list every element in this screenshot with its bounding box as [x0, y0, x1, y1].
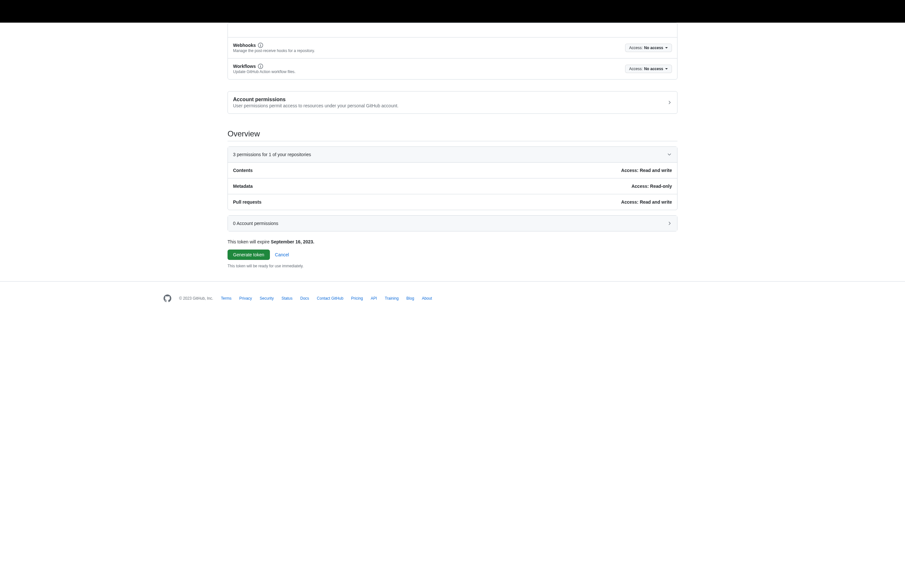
overview-item-access: Access: Read and write — [621, 168, 672, 173]
overview-account-permissions: 0 Account permissions — [227, 215, 678, 232]
cancel-link[interactable]: Cancel — [275, 252, 289, 257]
overview-item-name: Contents — [233, 168, 253, 173]
generate-token-button[interactable]: Generate token — [227, 250, 270, 260]
chevron-right-icon — [667, 100, 672, 105]
repo-permissions-header-text: 3 permissions for 1 of your repositories — [233, 152, 311, 157]
footer-link-security[interactable]: Security — [260, 296, 274, 300]
access-value: No access — [644, 67, 663, 71]
footer-links: Terms Privacy Security Status Docs Conta… — [221, 296, 432, 300]
footer-link-blog[interactable]: Blog — [406, 296, 414, 300]
info-icon[interactable] — [258, 43, 263, 48]
immediate-note: This token will be ready for use immedia… — [227, 264, 678, 268]
info-icon[interactable] — [258, 64, 263, 69]
chevron-right-icon — [667, 221, 672, 226]
main-container: Webhooks Manage the post-receive hooks f… — [222, 22, 683, 268]
account-permissions-overview-text: 0 Account permissions — [233, 221, 278, 226]
top-bar — [0, 0, 905, 22]
account-permissions-toggle[interactable]: Account permissions User permissions per… — [228, 92, 677, 113]
overview-item-access: Access: Read and write — [621, 199, 672, 205]
account-permissions-overview-toggle[interactable]: 0 Account permissions — [228, 216, 677, 231]
overview-item-metadata: Metadata Access: Read-only — [228, 178, 677, 194]
expiration-text: This token will expire September 16, 202… — [227, 239, 678, 245]
footer-link-status[interactable]: Status — [281, 296, 292, 300]
copyright-text: © 2023 GitHub, Inc. — [179, 296, 213, 300]
permission-row-cutoff — [228, 23, 677, 37]
overview-item-pullrequests: Pull requests Access: Read and write — [228, 194, 677, 210]
form-actions: Generate token Cancel — [227, 250, 678, 260]
overview-heading: Overview — [227, 129, 678, 141]
overview-item-access: Access: Read-only — [632, 184, 672, 189]
repo-permissions-box: Webhooks Manage the post-receive hooks f… — [227, 22, 678, 79]
chevron-down-icon — [667, 152, 672, 157]
footer-link-pricing[interactable]: Pricing — [351, 296, 363, 300]
access-value: No access — [644, 46, 663, 50]
permission-title: Webhooks — [233, 43, 256, 48]
permission-desc: Update GitHub Action workflow files. — [233, 70, 295, 74]
github-logo-icon[interactable] — [164, 294, 171, 302]
access-label: Access: — [629, 46, 643, 50]
footer: © 2023 GitHub, Inc. Terms Privacy Securi… — [158, 281, 747, 315]
account-permissions-section: Account permissions User permissions per… — [227, 91, 678, 114]
expiration-date: September 16, 2023. — [271, 239, 314, 245]
footer-link-api[interactable]: API — [371, 296, 377, 300]
access-dropdown-webhooks[interactable]: Access: No access — [625, 44, 672, 52]
caret-down-icon — [665, 47, 668, 48]
expiration-prefix: This token will expire — [227, 239, 271, 245]
repo-permissions-toggle[interactable]: 3 permissions for 1 of your repositories — [228, 147, 677, 162]
footer-link-training[interactable]: Training — [385, 296, 399, 300]
caret-down-icon — [665, 68, 668, 70]
overview-repo-permissions: 3 permissions for 1 of your repositories… — [227, 146, 678, 210]
access-dropdown-workflows[interactable]: Access: No access — [625, 65, 672, 73]
footer-link-contact[interactable]: Contact GitHub — [317, 296, 343, 300]
footer-link-terms[interactable]: Terms — [221, 296, 232, 300]
overview-item-name: Metadata — [233, 184, 253, 189]
footer-link-docs[interactable]: Docs — [300, 296, 309, 300]
section-title: Account permissions — [233, 97, 286, 102]
permission-title: Workflows — [233, 64, 256, 69]
section-desc: User permissions permit access to resour… — [233, 103, 399, 108]
access-label: Access: — [629, 67, 643, 71]
footer-link-about[interactable]: About — [422, 296, 432, 300]
overview-item-name: Pull requests — [233, 199, 262, 205]
permission-row-workflows: Workflows Update GitHub Action workflow … — [228, 58, 677, 79]
permission-row-webhooks: Webhooks Manage the post-receive hooks f… — [228, 37, 677, 58]
overview-item-contents: Contents Access: Read and write — [228, 162, 677, 178]
footer-link-privacy[interactable]: Privacy — [239, 296, 252, 300]
permission-desc: Manage the post-receive hooks for a repo… — [233, 48, 315, 53]
